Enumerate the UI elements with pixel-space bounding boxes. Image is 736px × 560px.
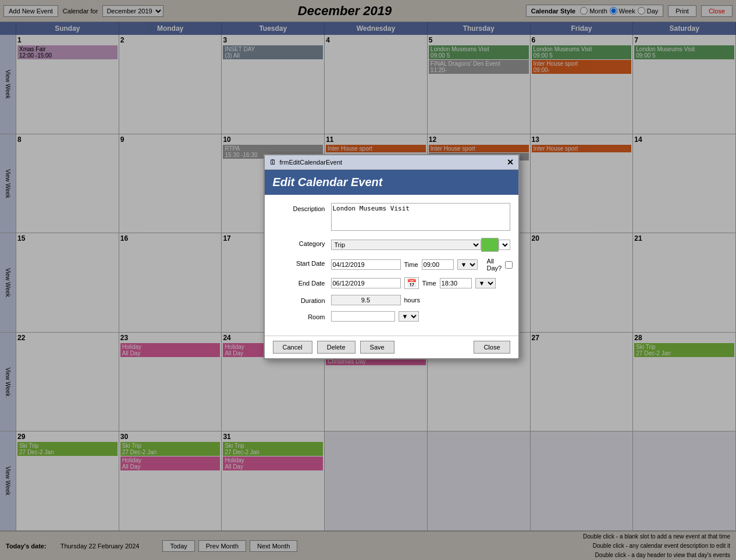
- start-date-input[interactable]: [331, 259, 401, 270]
- start-time-dropdown[interactable]: ▼: [457, 259, 478, 270]
- duration-input[interactable]: [331, 295, 401, 305]
- category-color-dropdown[interactable]: ▼: [499, 240, 510, 250]
- modal-header: Edit Calendar Event: [265, 170, 518, 195]
- room-label: Room: [273, 311, 325, 320]
- duration-row: Duration hours: [273, 295, 510, 305]
- category-row: Category Trip ▼: [273, 238, 510, 252]
- modal-titlebar-text: frmEditCalendarEvent: [280, 159, 343, 166]
- end-date-input[interactable]: [331, 278, 401, 288]
- category-control: Trip ▼: [331, 238, 510, 252]
- modal-overlay: 🗓 frmEditCalendarEvent ✕ Edit Calendar E…: [0, 0, 736, 560]
- end-date-calendar-icon[interactable]: 📅: [404, 277, 419, 289]
- room-input[interactable]: [331, 311, 395, 322]
- category-label: Category: [273, 238, 325, 247]
- modal-footer: Cancel Delete Save Close: [265, 336, 518, 358]
- room-row: Room ▼: [273, 311, 510, 322]
- hours-label: hours: [404, 297, 421, 304]
- duration-label: Duration: [273, 295, 325, 304]
- duration-control: hours: [331, 295, 510, 305]
- end-date-control: 📅 Time ▼: [331, 277, 510, 289]
- delete-button[interactable]: Delete: [317, 341, 355, 354]
- cancel-button[interactable]: Cancel: [273, 341, 312, 354]
- description-control: London Museums Visit: [331, 203, 510, 232]
- modal-titlebar-left: 🗓 frmEditCalendarEvent: [269, 158, 343, 166]
- description-label: Description: [273, 203, 325, 212]
- save-button[interactable]: Save: [360, 341, 394, 354]
- end-time-input[interactable]: [440, 278, 472, 288]
- modal-body: Description London Museums Visit Categor…: [265, 195, 518, 336]
- category-color-swatch: [481, 238, 499, 252]
- start-time-label: Time: [404, 261, 418, 268]
- end-date-row: End Date 📅 Time ▼: [273, 277, 510, 289]
- description-input[interactable]: London Museums Visit: [331, 203, 510, 231]
- modal-close-button[interactable]: Close: [474, 341, 510, 354]
- allday-label: All Day?: [487, 258, 502, 272]
- room-dropdown[interactable]: ▼: [399, 311, 419, 322]
- modal-titlebar: 🗓 frmEditCalendarEvent ✕: [265, 155, 518, 170]
- allday-checkbox[interactable]: [505, 261, 513, 269]
- start-date-control: Time ▼ All Day?: [331, 258, 513, 272]
- edit-event-modal: 🗓 frmEditCalendarEvent ✕ Edit Calendar E…: [264, 154, 520, 359]
- end-time-dropdown[interactable]: ▼: [475, 278, 496, 288]
- category-select[interactable]: Trip: [331, 240, 481, 250]
- end-date-label: End Date: [273, 277, 325, 287]
- modal-close-x[interactable]: ✕: [507, 158, 514, 167]
- start-time-input[interactable]: [422, 259, 454, 270]
- room-control: ▼: [331, 311, 510, 322]
- start-date-row: Start Date Time ▼ All Day?: [273, 258, 510, 272]
- description-row: Description London Museums Visit: [273, 203, 510, 232]
- end-time-label: Time: [422, 280, 436, 287]
- start-date-label: Start Date: [273, 258, 325, 267]
- modal-icon: 🗓: [269, 158, 276, 166]
